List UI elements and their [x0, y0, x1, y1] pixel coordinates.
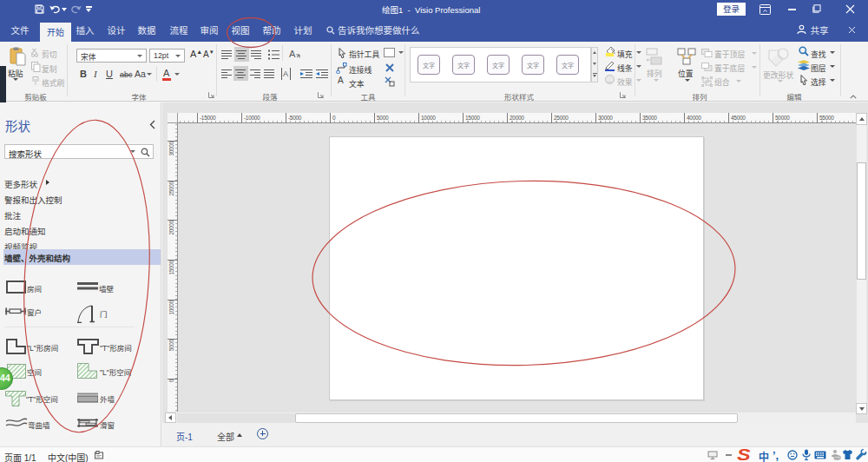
svg-text:10: 10 [835, 457, 838, 460]
svg-text:A: A [283, 69, 288, 78]
svg-text:A: A [289, 49, 296, 59]
